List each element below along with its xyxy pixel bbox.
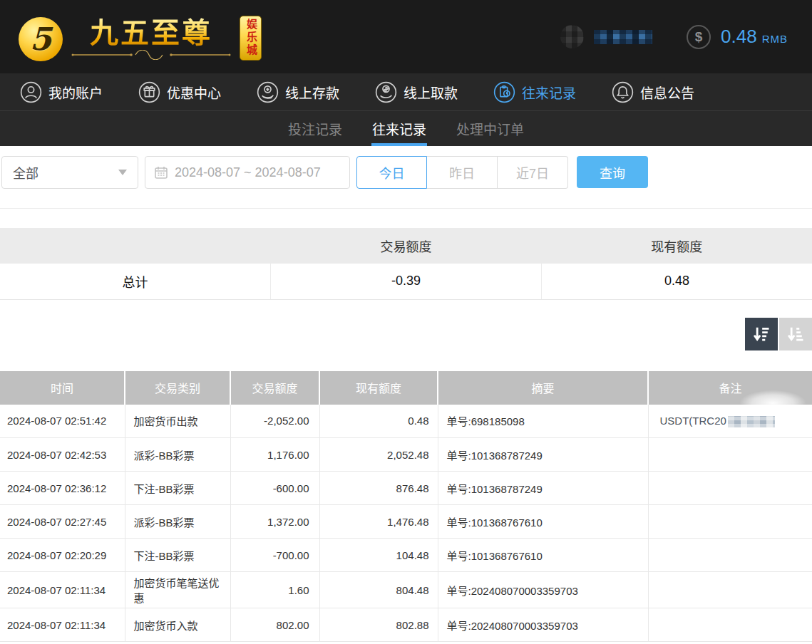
records-table: 时间交易类别交易额度现有额度摘要备注 2024-08-07 02:51:42加密…: [0, 371, 812, 643]
nav-item-promotions[interactable]: 优惠中心: [138, 81, 221, 103]
cell-time: 2024-08-07 02:36:12: [0, 472, 125, 505]
page: 5 九五至尊 娱乐城 $ 0.48 RMB 我的账户优惠中心线上存款线上: [0, 0, 812, 644]
cell-balance: 802.88: [319, 608, 438, 642]
summary-total-transaction: -0.39: [271, 264, 542, 299]
sub-tab-label: 处理中订单: [456, 119, 524, 138]
balance-currency: RMB: [762, 33, 788, 45]
cell-remark: [648, 608, 812, 642]
section-divider: [0, 208, 812, 209]
column-header: 交易额度: [230, 371, 319, 405]
cell-amount: 1,372.00: [230, 505, 319, 539]
sort-asc-button[interactable]: [779, 318, 812, 350]
cell-summary: 单号:101368787249: [438, 472, 648, 505]
cell-balance: 876.48: [319, 472, 438, 505]
cell-remark: [648, 438, 812, 472]
sort-asc-icon: [786, 324, 806, 344]
table-row: 2024-08-07 02:51:42加密货币出款-2,052.000.48单号…: [0, 405, 812, 438]
sub-tab-pending-orders[interactable]: 处理中订单: [456, 111, 524, 146]
summary-total-label: 总计: [0, 264, 271, 299]
category-select[interactable]: 全部: [1, 156, 138, 189]
site-logo[interactable]: 5 九五至尊 娱乐城: [19, 13, 262, 61]
table-row: 2024-08-07 02:36:12下注-BB彩票-600.00876.48单…: [0, 472, 812, 505]
records-table-header-row: 时间交易类别交易额度现有额度摘要备注: [0, 371, 812, 405]
summary-total-row: 总计 -0.39 0.48: [0, 264, 812, 299]
cell-summary: 单号:202408070003359703: [438, 572, 648, 608]
quick-date-last7days-button[interactable]: 近7日: [498, 156, 568, 189]
cell-summary: 单号:101368767610: [438, 539, 648, 572]
cell-type: 下注-BB彩票: [125, 539, 230, 572]
user-avatar[interactable]: [560, 25, 584, 48]
cell-amount: -700.00: [230, 539, 319, 572]
cell-time: 2024-08-07 02:51:42: [0, 405, 125, 438]
cell-amount: 802.00: [230, 608, 319, 642]
summary-total-balance: 0.48: [541, 264, 812, 299]
cell-time: 2024-08-07 02:42:53: [0, 438, 125, 472]
sub-tab-label: 投注记录: [288, 119, 342, 138]
cell-balance: 104.48: [319, 539, 438, 572]
date-range-input[interactable]: 2024-08-07 ~ 2024-08-07: [145, 156, 350, 189]
sort-desc-icon: [751, 324, 771, 344]
nav-item-label: 线上取款: [404, 83, 458, 102]
table-row: 2024-08-07 02:11:34加密货币笔笔送优惠1.60804.48单号…: [0, 572, 812, 608]
nav-item-label: 我的账户: [48, 83, 103, 102]
cell-balance: 1,476.48: [319, 505, 438, 539]
logo-flourish-ornament: [70, 50, 232, 60]
cell-type: 派彩-BB彩票: [125, 438, 230, 472]
table-row: 2024-08-07 02:20:29下注-BB彩票-700.00104.48单…: [0, 539, 812, 572]
cell-summary: 单号:698185098: [438, 405, 648, 438]
summary-header-balance: 现有额度: [541, 228, 812, 264]
sub-tab-label: 往来记录: [372, 119, 426, 138]
sub-tab-bet-records[interactable]: 投注记录: [288, 111, 342, 146]
withdraw-icon: [375, 81, 397, 103]
search-button[interactable]: 查询: [577, 156, 648, 188]
cell-remark: USDT(TRC20: [648, 405, 812, 438]
nav-item-deposit[interactable]: 线上存款: [257, 81, 339, 103]
summary-header-transaction: 交易额度: [271, 228, 542, 264]
cell-time: 2024-08-07 02:27:45: [0, 505, 125, 539]
column-header: 摘要: [438, 371, 648, 405]
bell-icon: [612, 81, 634, 103]
nav-item-records[interactable]: 往来记录: [493, 81, 576, 103]
cell-type: 派彩-BB彩票: [125, 505, 230, 539]
sort-controls: [0, 318, 812, 350]
cell-remark: [648, 539, 812, 572]
cell-summary: 单号:202408070003359703: [438, 608, 648, 642]
sort-desc-button[interactable]: [745, 318, 778, 350]
records-clock-icon: [493, 81, 515, 103]
deposit-icon: [257, 81, 279, 103]
cell-type: 加密货币笔笔送优惠: [125, 572, 230, 608]
table-row: 2024-08-07 02:11:34加密货币入款802.00802.88单号:…: [0, 608, 812, 642]
balance-display[interactable]: 0.48 RMB: [721, 26, 788, 48]
nav-item-label: 往来记录: [522, 83, 576, 102]
cell-time: 2024-08-07 02:11:34: [0, 572, 125, 608]
date-range-value: 2024-08-07 ~ 2024-08-07: [175, 165, 321, 180]
quick-date-today-button[interactable]: 今日: [356, 156, 427, 189]
nav-item-announcements[interactable]: 信息公告: [612, 81, 694, 103]
nav-item-withdraw[interactable]: 线上取款: [375, 81, 458, 103]
cell-summary: 单号:101368767610: [438, 505, 648, 539]
cell-remark: [648, 472, 812, 505]
quick-date-yesterday-button[interactable]: 昨日: [427, 156, 498, 189]
nav-item-label: 优惠中心: [167, 83, 221, 102]
logo-coin-icon: 5: [19, 17, 63, 61]
column-header: 交易类别: [125, 371, 230, 405]
balance-amount: 0.48: [721, 26, 757, 48]
cell-balance: 804.48: [319, 572, 438, 608]
redacted-remark: [728, 416, 775, 427]
cell-type: 下注-BB彩票: [125, 472, 230, 505]
username-redacted: [594, 30, 652, 44]
nav-item-account[interactable]: 我的账户: [20, 81, 103, 103]
top-header: 5 九五至尊 娱乐城 $ 0.48 RMB: [0, 0, 812, 73]
cell-amount: -2,052.00: [230, 405, 319, 438]
cell-amount: -600.00: [230, 472, 319, 505]
records-table-body: 2024-08-07 02:51:42加密货币出款-2,052.000.48单号…: [0, 405, 812, 642]
table-row: 2024-08-07 02:27:45派彩-BB彩票1,372.001,476.…: [0, 505, 812, 539]
cell-remark: [648, 505, 812, 539]
user-icon: [20, 81, 42, 103]
category-select-value: 全部: [13, 163, 38, 182]
sub-tab-transfer-records[interactable]: 往来记录: [372, 111, 426, 146]
chevron-down-icon: [118, 170, 127, 175]
cell-summary: 单号:101368787249: [438, 438, 648, 472]
gift-icon: [138, 81, 160, 103]
summary-table: 交易额度 现有额度 总计 -0.39 0.48: [0, 228, 812, 300]
